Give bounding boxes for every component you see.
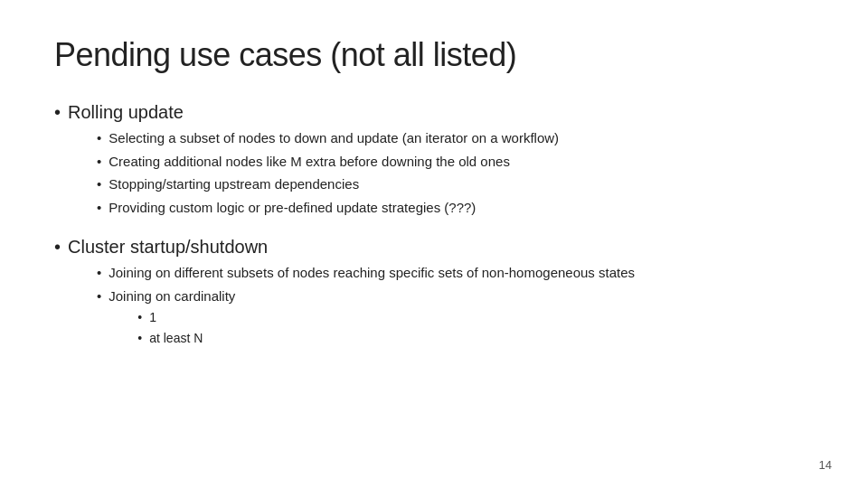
bullet-marker-l2: • [97,263,101,284]
cardinality-children: • 1 • at least N [137,308,235,348]
bullet-marker-l1: • [54,234,61,259]
cardinality-child-1: 1 [149,308,156,327]
rolling-subitem-2: Creating additional nodes like M extra b… [108,152,510,173]
list-item: • Providing custom logic or pre-defined … [97,198,559,219]
cardinality-child-2: at least N [149,329,203,348]
list-item: • Stopping/starting upstream dependencie… [97,174,559,195]
rolling-update-label: Rolling update [68,102,184,122]
slide-title: Pending use cases (not all listed) [54,36,814,74]
page-number: 14 [819,458,832,472]
list-item: • Joining on cardinality • 1 • at least … [97,286,635,351]
bullet-marker-l2: • [97,152,101,173]
bullet-marker-l3: • [137,308,142,327]
bullet-marker-l2: • [97,198,101,219]
rolling-subitem-1: Selecting a subset of nodes to down and … [108,128,559,149]
cluster-startup-subitems: • Joining on different subsets of nodes … [97,263,635,350]
list-item: • Selecting a subset of nodes to down an… [97,128,559,149]
cluster-subitem-1: Joining on different subsets of nodes re… [108,263,635,284]
list-item: • 1 [137,308,235,327]
cluster-subitem-2: Joining on cardinality [108,288,235,304]
rolling-subitem-4: Providing custom logic or pre-defined up… [108,198,476,219]
cluster-startup-label: Cluster startup/shutdown [68,237,268,257]
rolling-update-subitems: • Selecting a subset of nodes to down an… [97,128,559,218]
bullet-marker-l3: • [137,329,142,348]
bullet-marker-l2: • [97,286,101,307]
list-item: • Joining on different subsets of nodes … [97,263,635,284]
list-item: • at least N [137,329,235,348]
bullet-marker-l2: • [97,128,101,149]
bullet-marker-l1: • [54,99,61,125]
section-rolling-update: • Rolling update • Selecting a subset of… [54,99,814,223]
slide: Pending use cases (not all listed) • Rol… [0,0,868,488]
list-item: • Creating additional nodes like M extra… [97,152,559,173]
rolling-subitem-3: Stopping/starting upstream dependencies [108,174,359,195]
section-cluster-startup: • Cluster startup/shutdown • Joining on … [54,234,814,355]
bullet-marker-l2: • [97,174,101,195]
